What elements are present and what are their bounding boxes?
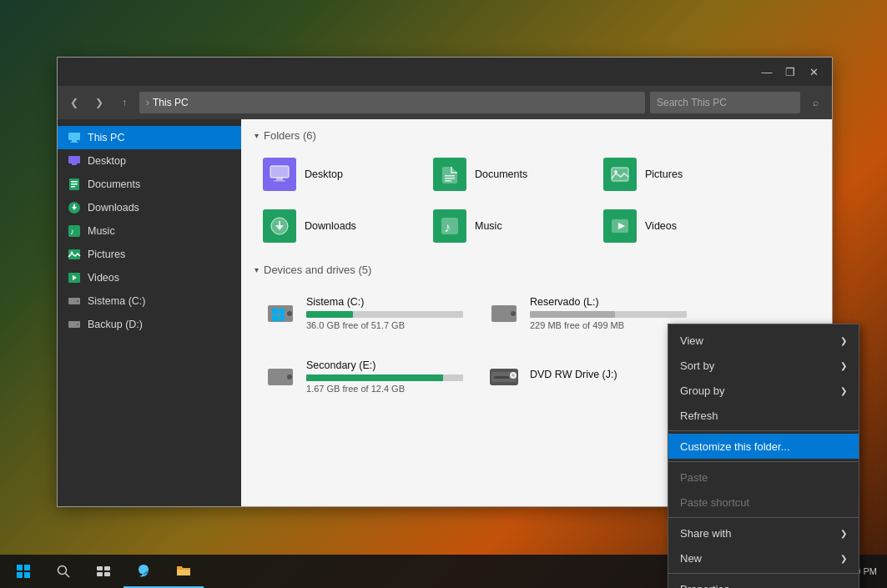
folder-desktop[interactable]: Desktop — [255, 150, 421, 199]
drives-section-header[interactable]: ▾ Devices and drives (5) — [255, 264, 819, 276]
minimize-button[interactable]: — — [755, 60, 779, 83]
sidebar-label-thispc: This PC — [88, 132, 124, 143]
ctx-sep3 — [668, 517, 859, 518]
drive-secondary-e[interactable]: Secondary (E:) 1.67 GB free of 12.4 GB — [255, 348, 471, 405]
ctx-properties-label: Properties — [680, 583, 729, 589]
close-button[interactable]: ✕ — [802, 60, 825, 83]
ctx-share-with[interactable]: Share with ❯ — [668, 520, 859, 545]
svg-rect-24 — [276, 178, 283, 180]
drive-name-dvd: DVD RW Drive (J:) — [530, 369, 687, 380]
sidebar-label-desktop: Desktop — [88, 155, 126, 167]
drive-d-icon — [68, 318, 81, 331]
edge-taskbar-app[interactable] — [123, 555, 164, 588]
sidebar-item-downloads[interactable]: Downloads — [58, 196, 241, 219]
svg-rect-56 — [17, 565, 23, 570]
svg-rect-28 — [445, 180, 451, 182]
ctx-customize[interactable]: Customize this folder... — [668, 434, 859, 459]
sidebar-item-desktop[interactable]: Desktop — [58, 149, 241, 173]
svg-point-21 — [77, 324, 78, 325]
sidebar-item-music[interactable]: ♪ Music — [58, 219, 241, 243]
search-icon[interactable]: ⌕ — [805, 93, 825, 113]
path-separator: › — [146, 97, 149, 108]
up-button[interactable]: ↑ — [114, 93, 134, 113]
ctx-new[interactable]: New ❯ — [668, 545, 859, 570]
drive-dvd-j[interactable]: DVD RW Drive (J:) — [478, 348, 695, 405]
folders-section-header[interactable]: ▾ Folders (6) — [255, 129, 819, 142]
ctx-view[interactable]: View ❯ — [668, 328, 859, 353]
ctx-share-label: Share with — [680, 527, 731, 540]
folder-label-pictures: Pictures — [645, 168, 683, 180]
downloads-sidebar-icon — [68, 201, 81, 214]
sidebar-label-backup: Backup (D:) — [88, 319, 143, 330]
drive-c-icon — [68, 294, 81, 308]
forward-button[interactable]: ❯ — [89, 93, 109, 113]
path-thispc: This PC — [153, 97, 189, 108]
drive-sistema-c[interactable]: Sistema (C:) 36.0 GB free of 51.7 GB — [255, 284, 471, 341]
ctx-refresh[interactable]: Refresh — [668, 403, 859, 428]
svg-rect-3 — [68, 156, 80, 163]
drives-section-label: Devices and drives (5) — [264, 264, 371, 276]
folder-videos[interactable]: Videos — [595, 202, 762, 250]
search-taskbar-button[interactable] — [43, 555, 83, 588]
back-button[interactable]: ❮ — [64, 93, 84, 113]
folder-pictures[interactable]: Pictures — [595, 150, 762, 199]
videos-icon — [68, 271, 81, 284]
svg-rect-27 — [445, 178, 455, 179]
svg-rect-8 — [71, 186, 75, 188]
folder-label-documents: Documents — [475, 168, 527, 180]
svg-rect-42 — [272, 309, 278, 314]
sidebar-item-videos[interactable]: Videos — [58, 266, 241, 289]
ctx-group-by[interactable]: Group by ❯ — [668, 378, 859, 403]
folder-label-downloads: Downloads — [305, 220, 356, 232]
sidebar-label-documents: Documents — [88, 178, 140, 190]
drive-reservado-l[interactable]: Reservado (L:) 229 MB free of 499 MB — [478, 284, 695, 341]
explorer-taskbar-app[interactable] — [164, 555, 204, 588]
task-view-button[interactable] — [83, 555, 123, 588]
sidebar-item-sistema[interactable]: Sistema (C:) — [58, 289, 241, 313]
svg-point-19 — [77, 300, 78, 302]
titlebar: — ❐ ✕ — [58, 58, 832, 86]
svg-rect-35 — [279, 221, 280, 226]
sidebar-item-backup[interactable]: Backup (D:) — [58, 313, 241, 336]
folder-label-videos: Videos — [645, 220, 677, 232]
ctx-sort-by[interactable]: Sort by ❯ — [668, 353, 859, 378]
ctx-properties[interactable]: Properties — [668, 576, 859, 588]
folder-music[interactable]: ♪ Music — [425, 202, 592, 250]
svg-rect-58 — [17, 572, 23, 578]
svg-rect-44 — [272, 315, 278, 321]
folder-documents[interactable]: Documents — [425, 150, 592, 199]
ctx-new-label: New — [680, 552, 702, 565]
sidebar-item-documents[interactable]: Documents — [58, 173, 241, 196]
svg-rect-22 — [270, 166, 289, 178]
maximize-button[interactable]: ❐ — [779, 60, 802, 83]
folder-downloads[interactable]: Downloads — [255, 202, 421, 250]
svg-text:♪: ♪ — [70, 227, 74, 236]
ctx-refresh-label: Refresh — [680, 410, 718, 422]
drive-size-sistema: 36.0 GB free of 51.7 GB — [306, 320, 463, 330]
sidebar-label-sistema: Sistema (C:) — [88, 295, 145, 307]
documents-icon — [68, 178, 81, 191]
svg-rect-52 — [494, 376, 509, 379]
pictures-folder-icon — [603, 158, 637, 191]
sidebar-item-pictures[interactable]: Pictures — [58, 243, 241, 266]
ctx-paste-label: Paste — [680, 471, 708, 484]
search-box[interactable]: Search This PC — [650, 92, 800, 113]
drive-size-reservado: 229 MB free of 499 MB — [530, 320, 687, 330]
ctx-view-label: View — [680, 334, 703, 347]
start-button[interactable] — [3, 555, 43, 588]
windows-drive-icon — [263, 295, 298, 330]
sidebar-item-thispc[interactable]: This PC — [58, 126, 241, 149]
search-placeholder: Search This PC — [657, 97, 727, 108]
ctx-share-arrow: ❯ — [840, 529, 847, 538]
desktop-icon — [68, 154, 81, 168]
ctx-sort-arrow: ❯ — [840, 361, 847, 370]
drive-info-dvd: DVD RW Drive (J:) — [530, 369, 687, 384]
computer-icon — [68, 131, 81, 144]
drive-info-secondary: Secondary (E:) 1.67 GB free of 12.4 GB — [306, 359, 463, 394]
svg-rect-64 — [97, 572, 103, 576]
drive-info-reservado: Reservado (L:) 229 MB free of 499 MB — [530, 296, 687, 330]
drive-name-secondary: Secondary (E:) — [306, 359, 463, 371]
address-path[interactable]: › This PC — [139, 92, 645, 113]
svg-rect-26 — [445, 175, 455, 177]
downloads-folder-icon — [263, 209, 296, 243]
